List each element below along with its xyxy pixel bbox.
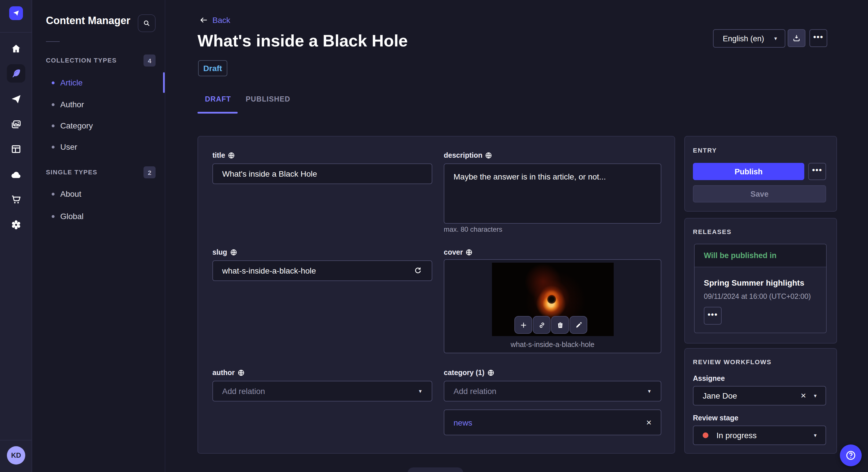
strapi-logo-icon — [12, 9, 20, 17]
stage-status-dot — [703, 432, 708, 438]
globe-icon — [238, 369, 245, 376]
sidebar-item-article[interactable]: Article — [52, 77, 83, 88]
review-stage-select[interactable]: In progress ▼ — [693, 426, 826, 445]
edit-asset-button[interactable] — [569, 316, 587, 334]
category-relation-select[interactable]: Add relation ▼ — [444, 381, 661, 401]
nav-cloud-icon[interactable] — [10, 169, 22, 181]
release-status: Will be published in — [694, 244, 826, 267]
author-relation-select[interactable]: Add relation ▼ — [212, 381, 432, 401]
nav-media-library-icon[interactable] — [10, 118, 22, 131]
save-button[interactable]: Save — [693, 185, 826, 202]
assignee-select[interactable]: Jane Doe × ▼ — [693, 386, 826, 405]
sidebar-item-label: Article — [60, 78, 83, 87]
globe-icon — [230, 248, 237, 256]
download-button[interactable] — [787, 29, 805, 47]
save-label: Save — [750, 190, 768, 198]
release-more-button[interactable]: ••• — [704, 307, 722, 325]
delete-asset-button[interactable] — [551, 316, 569, 334]
chevron-down-icon: ▼ — [813, 393, 817, 398]
add-asset-button[interactable] — [515, 316, 532, 334]
tab-draft[interactable]: DRAFT — [205, 95, 231, 103]
field-label-text: cover — [444, 248, 463, 256]
section-collection-types: COLLECTION TYPES — [46, 57, 117, 64]
nav-divider-top — [0, 32, 32, 33]
releases-panel: RELEASES Will be published in Spring Sum… — [684, 218, 837, 343]
author-field-label: author — [212, 368, 245, 377]
active-tab-underline — [197, 112, 238, 113]
collection-types-count-badge: 4 — [144, 55, 156, 67]
bullet-icon — [52, 81, 55, 84]
chevron-down-icon: ▼ — [418, 389, 423, 394]
cover-field: what-s-inside-a-black-hole — [444, 259, 661, 353]
cover-filename: what-s-inside-a-black-hole — [444, 341, 661, 349]
description-textarea[interactable]: Maybe the answer is in this article, or … — [444, 164, 661, 224]
title-input[interactable]: What's inside a Black Hole — [212, 164, 432, 184]
publish-button[interactable]: Publish — [693, 163, 804, 180]
release-date: 09/11/2024 at 16:00 (UTC+02:00) — [704, 293, 811, 301]
user-avatar[interactable]: KD — [7, 446, 25, 465]
back-button[interactable]: Back — [199, 15, 230, 25]
nav-paper-plane-icon[interactable] — [10, 93, 22, 105]
slug-input-value: what-s-inside-a-black-hole — [222, 266, 316, 275]
category-placeholder: Add relation — [454, 386, 496, 396]
sidebar-item-global[interactable]: Global — [52, 210, 84, 222]
chevron-down-icon: ▼ — [647, 389, 652, 394]
help-question-icon — [844, 449, 857, 462]
release-card: Will be published in Spring Summer highl… — [694, 244, 827, 333]
chevron-down-icon: ▼ — [813, 433, 817, 438]
bullet-icon — [52, 103, 55, 106]
field-label-text: title — [212, 151, 225, 159]
nav-settings-icon[interactable] — [10, 218, 22, 231]
status-badge: Draft — [198, 60, 227, 76]
main-nav-bar: KD — [0, 0, 32, 472]
nav-cart-icon[interactable] — [10, 193, 22, 206]
sidebar-item-label: Global — [60, 212, 84, 221]
nav-divider-bottom — [0, 440, 32, 440]
nav-content-manager-feather-icon[interactable] — [10, 67, 22, 80]
cover-actions — [515, 316, 587, 334]
help-button[interactable] — [840, 444, 862, 466]
review-stage-label: Review stage — [693, 414, 738, 422]
strapi-logo[interactable] — [9, 6, 23, 20]
nav-home-icon[interactable] — [10, 42, 22, 55]
category-relation-item[interactable]: news × — [444, 409, 661, 435]
stage-value: In progress — [716, 431, 756, 440]
locale-value: English (en) — [723, 34, 764, 43]
entry-panel-title: ENTRY — [693, 147, 717, 154]
sidebar-item-category[interactable]: Category — [52, 120, 93, 131]
download-icon — [792, 34, 801, 42]
title-input-value: What's inside a Black Hole — [222, 169, 317, 178]
remove-relation-icon[interactable]: × — [646, 418, 652, 427]
search-button[interactable] — [138, 14, 156, 32]
field-label-text: description — [444, 151, 483, 159]
scroll-cut-element — [408, 467, 463, 472]
section-single-types: SINGLE TYPES — [46, 169, 97, 175]
sidebar-item-label: About — [60, 189, 81, 198]
chevron-down-icon: ▼ — [773, 36, 778, 41]
description-value: Maybe the answer is in this article, or … — [454, 171, 606, 183]
trash-icon — [556, 321, 564, 329]
sidebar-item-about[interactable]: About — [52, 188, 81, 200]
nav-layout-icon[interactable] — [10, 143, 22, 156]
tab-published[interactable]: PUBLISHED — [246, 95, 290, 103]
locale-select[interactable]: English (en) ▼ — [713, 29, 785, 47]
globe-icon — [228, 152, 235, 159]
sidebar-item-author[interactable]: Author — [52, 99, 84, 110]
globe-icon — [466, 248, 473, 256]
copy-link-button[interactable] — [533, 316, 551, 334]
slug-input[interactable]: what-s-inside-a-black-hole — [212, 260, 432, 281]
regenerate-icon[interactable] — [413, 266, 423, 275]
globe-icon — [487, 369, 494, 376]
arrow-left-icon — [199, 15, 208, 25]
clear-assignee-icon[interactable]: × — [801, 391, 806, 400]
subnav-scrollbar-thumb[interactable] — [163, 72, 165, 93]
more-icon: ••• — [813, 34, 823, 43]
entry-more-button[interactable]: ••• — [808, 163, 826, 180]
sidebar-item-user[interactable]: User — [52, 141, 77, 153]
header-more-button[interactable]: ••• — [809, 29, 827, 47]
release-name-link[interactable]: Spring Summer highlights — [704, 278, 804, 287]
sidebar-item-label: Author — [60, 100, 84, 109]
subnav-title: Content Manager — [46, 15, 130, 27]
relation-link-news[interactable]: news — [454, 418, 472, 427]
more-icon: ••• — [812, 167, 822, 176]
